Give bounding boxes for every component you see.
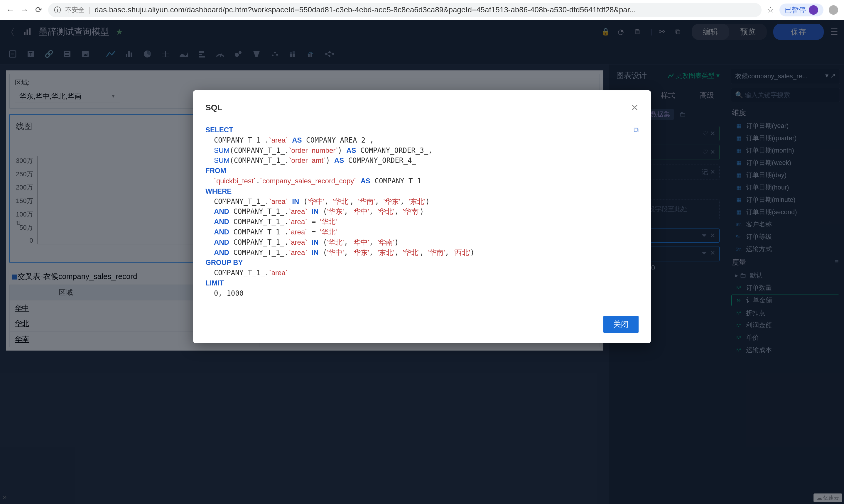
omnibox[interactable]: ⓘ 不安全 | das.base.shuju.aliyun.com/dashbo… — [48, 3, 761, 17]
browser-back[interactable]: ← — [6, 5, 15, 14]
sql-content: ⧉SELECT COMPANY_T_1_.`area` AS COMPANY_A… — [205, 125, 639, 307]
info-icon: ⓘ — [54, 5, 61, 15]
modal-close-button[interactable]: 关闭 — [603, 316, 639, 333]
paused-label: 已暂停 — [785, 5, 806, 15]
browser-reload[interactable]: ⟳ — [34, 5, 43, 14]
avatar-icon — [809, 5, 818, 15]
browser-chrome: ← → ⟳ ⓘ 不安全 | das.base.shuju.aliyun.com/… — [0, 0, 844, 20]
extension-icon[interactable] — [829, 5, 838, 15]
star-icon[interactable]: ☆ — [767, 5, 774, 15]
insecure-label: 不安全 — [65, 5, 85, 14]
url-text: das.base.shuju.aliyun.com/dashboard/pc.h… — [94, 5, 636, 14]
modal-close-icon[interactable]: ✕ — [631, 102, 639, 113]
profile-pill[interactable]: 已暂停 — [779, 3, 824, 16]
modal-title: SQL — [205, 103, 222, 112]
browser-forward[interactable]: → — [20, 5, 29, 14]
copy-sql-icon[interactable]: ⧉ — [633, 125, 639, 135]
sql-modal: SQL ✕ ⧉SELECT COMPANY_T_1_.`area` AS COM… — [193, 90, 651, 343]
